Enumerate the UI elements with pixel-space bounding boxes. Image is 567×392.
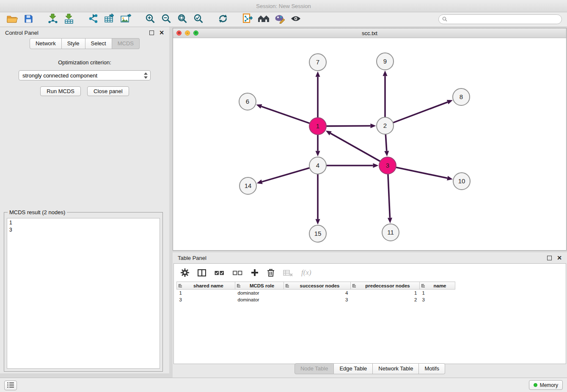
table-panel: Table Panel ✕ f(x) shared nameMCDS roles…: [173, 252, 567, 378]
select-all-columns-button[interactable]: [215, 270, 224, 276]
graph-edge-arrowhead: [383, 71, 388, 76]
close-window-icon[interactable]: ✕: [176, 30, 182, 36]
table-cell[interactable]: 3: [420, 296, 455, 303]
column-header-shared-name[interactable]: shared name: [177, 282, 235, 290]
table-cell[interactable]: 3: [284, 296, 351, 303]
graph-edge-3-1[interactable]: [330, 133, 380, 161]
search-input[interactable]: [449, 16, 558, 23]
column-header-predecessor-nodes[interactable]: predecessor nodes: [351, 282, 420, 290]
table-row[interactable]: 1dominator411: [177, 290, 455, 297]
graph-edge-arrowhead: [256, 104, 262, 108]
memory-button[interactable]: Memory: [529, 380, 563, 390]
export-table-button[interactable]: [102, 13, 118, 26]
network-window-titlebar[interactable]: ✕ − + scc.txt: [173, 28, 566, 38]
export-network-button[interactable]: [85, 13, 102, 26]
show-hide-button[interactable]: [288, 13, 304, 26]
zoom-selected-button[interactable]: [190, 13, 206, 26]
create-column-button[interactable]: [251, 269, 259, 276]
graph-edge-2-8[interactable]: [393, 102, 448, 123]
mcds-result-list[interactable]: 13: [7, 218, 160, 369]
graph-edge-3-11[interactable]: [388, 174, 390, 218]
table-panel-body: f(x) shared nameMCDS rolesuccessor nodes…: [173, 263, 566, 364]
table-cell[interactable]: 1: [420, 290, 455, 297]
table-tab-node-table[interactable]: Node Table: [295, 363, 334, 374]
tab-network[interactable]: Network: [30, 38, 62, 49]
table-tab-edge-table[interactable]: Edge Table: [334, 363, 373, 374]
graph-edge-arrowhead: [384, 151, 389, 156]
criterion-dropdown[interactable]: strongly connected component: [19, 70, 151, 80]
zoom-window-icon[interactable]: +: [193, 30, 198, 36]
table-tab-motifs[interactable]: Motifs: [419, 363, 445, 374]
graph-edge-1-6[interactable]: [261, 106, 310, 123]
graph-node-label: 10: [458, 177, 465, 185]
column-header-successor-nodes[interactable]: successor nodes: [284, 282, 351, 290]
table-cell[interactable]: 2: [351, 296, 420, 303]
close-panel-button[interactable]: Close panel: [87, 86, 129, 96]
folder-open-icon: [7, 14, 18, 25]
graph-edge-arrowhead: [447, 176, 453, 180]
table-tab-network-table[interactable]: Network Table: [373, 363, 419, 374]
open-session-button[interactable]: [4, 13, 20, 26]
table-row[interactable]: 3dominator323: [177, 296, 455, 303]
minimize-window-icon[interactable]: −: [185, 30, 190, 36]
network-overview-button[interactable]: [256, 13, 272, 26]
graph-node-label: 6: [246, 98, 249, 105]
app-titlebar: Session: New Session: [0, 0, 567, 12]
import-table-icon: [63, 14, 74, 25]
zoom-in-icon: [145, 14, 155, 25]
graph-edge-4-14[interactable]: [262, 168, 310, 182]
table-panel-title: Table Panel: [178, 255, 206, 261]
delete-column-button[interactable]: [267, 268, 275, 277]
export-image-icon: [120, 14, 131, 25]
clone-network-button[interactable]: [239, 13, 256, 26]
network-share-icon: [88, 14, 99, 25]
control-panel-header: Control Panel ✕: [0, 27, 169, 38]
task-history-button[interactable]: [4, 381, 17, 390]
delete-table-button-disabled: [283, 269, 293, 276]
save-session-button[interactable]: [20, 13, 36, 26]
table-cell[interactable]: dominator: [235, 296, 284, 303]
float-table-panel-icon[interactable]: [547, 256, 552, 260]
search-box[interactable]: [438, 14, 562, 24]
zoom-out-button[interactable]: [158, 13, 174, 26]
network-canvas[interactable]: 7968124314101511: [173, 38, 566, 251]
unselect-all-columns-button[interactable]: [233, 270, 242, 276]
column-header-mcds-role[interactable]: MCDS role: [235, 282, 284, 290]
float-panel-icon[interactable]: [149, 30, 154, 35]
close-table-panel-icon[interactable]: ✕: [557, 255, 562, 261]
table-cell[interactable]: 4: [284, 290, 351, 297]
graph-edge-2-3[interactable]: [385, 134, 387, 151]
import-table-button[interactable]: [61, 13, 77, 26]
column-header-name[interactable]: name: [420, 282, 455, 290]
table-cell[interactable]: 3: [177, 296, 235, 303]
graph-edge-arrowhead: [316, 219, 320, 225]
graph-edge-arrowhead: [370, 124, 376, 128]
zoom-fit-icon: [177, 14, 187, 25]
mcds-result-box: MCDS result (2 nodes) 13: [4, 212, 163, 372]
zoom-in-button[interactable]: [142, 13, 158, 26]
tab-mcds[interactable]: MCDS: [112, 38, 140, 49]
graph-edge-1-2[interactable]: [326, 126, 371, 126]
graph-edge-3-10[interactable]: [396, 167, 448, 178]
zoom-fit-button[interactable]: [174, 13, 190, 26]
document-network-icon: [242, 13, 253, 26]
table-settings-button[interactable]: [181, 268, 189, 277]
network-window-title: scc.txt: [362, 30, 377, 36]
table-cell[interactable]: dominator: [235, 290, 284, 297]
network-window: ✕ − + scc.txt 7968124314101511: [173, 28, 567, 251]
table-cell[interactable]: 1: [351, 290, 420, 297]
close-panel-icon[interactable]: ✕: [159, 30, 164, 36]
style-brush-icon: [274, 14, 285, 25]
run-mcds-button[interactable]: Run MCDS: [40, 86, 81, 96]
tab-select[interactable]: Select: [85, 38, 112, 49]
tab-style[interactable]: Style: [62, 38, 85, 49]
export-image-button[interactable]: [118, 13, 134, 26]
import-network-button[interactable]: [45, 13, 61, 26]
refresh-layout-button[interactable]: [215, 13, 231, 26]
column-tree-icon: [286, 284, 290, 288]
table-cell[interactable]: 1: [177, 290, 235, 297]
show-columns-button[interactable]: [198, 269, 206, 276]
column-tree-icon: [421, 284, 426, 288]
control-panel-tabs: NetworkStyleSelectMCDS: [0, 38, 169, 49]
apply-style-button[interactable]: [272, 13, 288, 26]
